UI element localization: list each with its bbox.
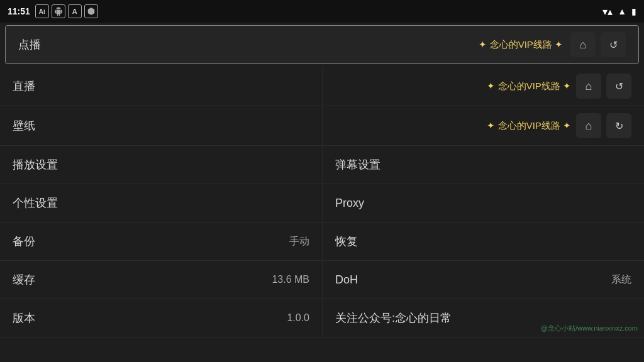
ai-icon: Ai <box>35 4 49 18</box>
backup-label: 备份 <box>13 234 289 249</box>
version-cell[interactable]: 版本 1.0.0 <box>0 299 322 337</box>
restore-label: 恢复 <box>335 234 631 249</box>
cache-value: 13.6 MB <box>272 274 309 285</box>
dianbo-home-btn[interactable]: ⌂ <box>570 32 596 57</box>
dianbo-row-wrapper: 点播 ✦ 念心的VIP线路 ✦ ⌂ ↺ <box>0 23 644 67</box>
gexing-label: 个性设置 <box>13 195 309 211</box>
doh-label: DoH <box>335 273 611 287</box>
status-left: 11:51 Ai A <box>8 4 98 18</box>
settings-row2: 个性设置 Proxy <box>0 184 644 222</box>
cache-label: 缓存 <box>13 272 272 287</box>
doh-value: 系统 <box>611 273 631 287</box>
proxy-label: Proxy <box>335 197 631 210</box>
zhibo-home-btn[interactable]: ⌂ <box>576 74 601 99</box>
doh-cell[interactable]: DoH 系统 <box>322 261 644 299</box>
zhibo-vip-cell: ✦ 念心的VIP线路 ✦ ⌂ ↺ <box>322 67 644 106</box>
dianbo-vip: ✦ 念心的VIP线路 ✦ <box>479 39 563 51</box>
version-label: 版本 <box>13 310 287 326</box>
danmu-label: 弹幕设置 <box>335 157 631 172</box>
backup-cell[interactable]: 备份 手动 <box>0 222 322 260</box>
dianbo-row[interactable]: 点播 ✦ 念心的VIP线路 ✦ ⌂ ↺ <box>5 25 639 64</box>
bizhi-label: 壁纸 <box>13 118 309 133</box>
settings-row4: 缓存 13.6 MB DoH 系统 <box>0 261 644 299</box>
dianbo-label: 点播 <box>18 37 479 52</box>
second-row-grid: 直播 ✦ 念心的VIP线路 ✦ ⌂ ↺ <box>0 67 644 106</box>
zhibo-label: 直播 <box>13 79 309 94</box>
bizhi-home-btn[interactable]: ⌂ <box>576 113 601 138</box>
settings-row3: 备份 手动 恢复 <box>0 222 644 261</box>
main-content: 点播 ✦ 念心的VIP线路 ✦ ⌂ ↺ 直播 ✦ 念心的VIP线路 ✦ ⌂ ↺ … <box>0 23 644 362</box>
battery-icon: ▮ <box>631 6 636 16</box>
bizhi-row-grid: 壁纸 ✦ 念心的VIP线路 ✦ ⌂ ↻ <box>0 106 644 146</box>
watermark: @念心小站/www.nianxinxz.com <box>541 324 638 333</box>
signal-icon: ▲ <box>618 6 626 16</box>
time-display: 11:51 <box>8 6 30 16</box>
dianbo-actions: ⌂ ↺ <box>570 32 626 57</box>
bofang-cell[interactable]: 播放设置 <box>0 146 322 184</box>
wifi-icon: ▾▴ <box>602 6 613 18</box>
cube-icon <box>84 4 98 18</box>
zhibo-vip: ✦ 念心的VIP线路 ✦ <box>487 80 571 92</box>
bizhi-vip: ✦ 念心的VIP线路 ✦ <box>487 120 571 132</box>
dianbo-history-btn[interactable]: ↺ <box>601 32 626 57</box>
proxy-cell[interactable]: Proxy <box>322 184 644 222</box>
bofang-label: 播放设置 <box>13 157 309 172</box>
android-icon <box>52 4 65 18</box>
bizhi-vip-cell: ✦ 念心的VIP线路 ✦ ⌂ ↻ <box>322 106 644 145</box>
settings-row1: 播放设置 弹幕设置 <box>0 146 644 184</box>
settings-row5: 版本 1.0.0 关注公众号:念心的日常 @念心小站/www.nianxinxz… <box>0 299 644 337</box>
bizhi-row[interactable]: 壁纸 <box>0 106 322 145</box>
status-right: ▾▴ ▲ ▮ <box>602 6 636 18</box>
version-value: 1.0.0 <box>287 312 309 324</box>
zhibo-row[interactable]: 直播 <box>0 67 322 106</box>
status-icons: Ai A <box>35 4 98 18</box>
a-text-icon: A <box>68 4 82 18</box>
cache-cell[interactable]: 缓存 13.6 MB <box>0 261 322 299</box>
bizhi-refresh-btn[interactable]: ↻ <box>606 113 631 138</box>
zhibo-history-btn[interactable]: ↺ <box>606 74 631 99</box>
restore-cell[interactable]: 恢复 <box>322 222 644 260</box>
gexing-cell[interactable]: 个性设置 <box>0 184 322 222</box>
danmu-cell[interactable]: 弹幕设置 <box>322 146 644 184</box>
backup-value: 手动 <box>289 235 309 248</box>
status-bar: 11:51 Ai A ▾▴ ▲ ▮ <box>0 0 644 23</box>
